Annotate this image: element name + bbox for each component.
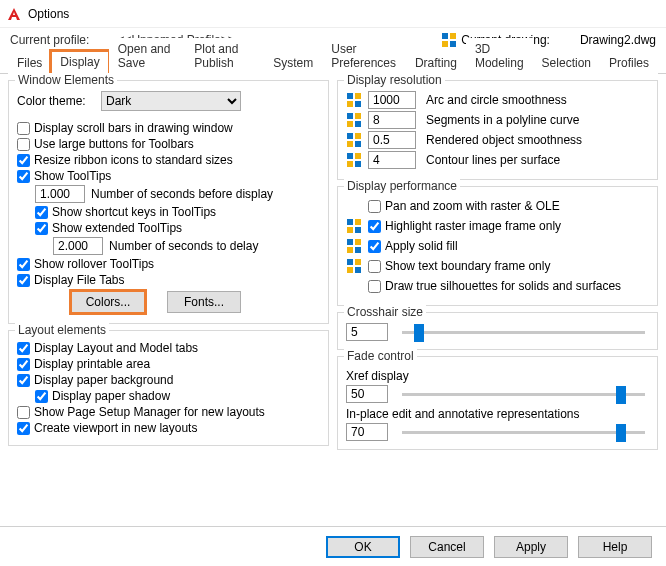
dialog-buttons: OK Cancel Apply Help [0, 526, 666, 566]
chk-pan-zoom-label: Pan and zoom with raster & OLE [385, 199, 560, 213]
svg-rect-15 [355, 141, 361, 147]
inplace-input[interactable] [346, 423, 388, 441]
dwg-mini-icon [346, 238, 362, 254]
group-crosshair-legend: Crosshair size [344, 305, 426, 319]
chk-text-boundary[interactable]: Show text boundary frame only [368, 259, 550, 273]
svg-rect-12 [347, 133, 353, 139]
svg-rect-8 [347, 113, 353, 119]
xref-input[interactable] [346, 385, 388, 403]
chk-true-silhouettes[interactable]: Draw true silhouettes for solids and sur… [368, 279, 621, 293]
left-column: Window Elements Color theme: Dark Displa… [8, 80, 329, 456]
chk-scrollbars-label: Display scroll bars in drawing window [34, 121, 233, 135]
svg-rect-22 [347, 227, 353, 233]
svg-rect-19 [355, 161, 361, 167]
tab-drafting[interactable]: Drafting [406, 52, 466, 74]
tab-plot-publish[interactable]: Plot and Publish [185, 38, 264, 74]
chk-shortcut-keys-label: Show shortcut keys in ToolTips [52, 205, 216, 219]
xref-label: Xref display [346, 369, 649, 383]
chk-paper-shadow[interactable]: Display paper shadow [35, 389, 320, 403]
chk-paper-bg[interactable]: Display paper background [17, 373, 320, 387]
chk-layout-model[interactable]: Display Layout and Model tabs [17, 341, 320, 355]
chk-highlight-raster-label: Highlight raster image frame only [385, 219, 561, 233]
svg-rect-24 [347, 239, 353, 245]
chk-resize-ribbon[interactable]: Resize ribbon icons to standard sizes [17, 153, 320, 167]
group-layout-elements: Layout elements Display Layout and Model… [8, 330, 329, 446]
chk-show-tooltips[interactable]: Show ToolTips [17, 169, 320, 183]
chk-scrollbars[interactable]: Display scroll bars in drawing window [17, 121, 320, 135]
svg-rect-27 [355, 247, 361, 253]
crosshair-input[interactable] [346, 323, 388, 341]
chk-solid-fill-label: Apply solid fill [385, 239, 458, 253]
tab-user-preferences[interactable]: User Preferences [322, 38, 406, 74]
chk-page-setup[interactable]: Show Page Setup Manager for new layouts [17, 405, 320, 419]
arc-smoothness-label: Arc and circle smoothness [426, 93, 567, 107]
tab-3d-modeling[interactable]: 3D Modeling [466, 38, 533, 74]
chk-rollover[interactable]: Show rollover ToolTips [17, 257, 320, 271]
help-button[interactable]: Help [578, 536, 652, 558]
inplace-slider-thumb[interactable] [616, 424, 626, 442]
tab-selection[interactable]: Selection [533, 52, 600, 74]
dwg-mini-icon [346, 92, 362, 108]
chk-viewport-label: Create viewport in new layouts [34, 421, 197, 435]
chk-show-tooltips-label: Show ToolTips [34, 169, 111, 183]
ok-button[interactable]: OK [326, 536, 400, 558]
svg-rect-0 [442, 33, 448, 39]
group-layout-elements-legend: Layout elements [15, 323, 109, 337]
crosshair-slider[interactable] [402, 331, 645, 334]
chk-highlight-raster[interactable]: Highlight raster image frame only [368, 219, 561, 233]
group-fade: Fade control Xref display In-place edit … [337, 356, 658, 450]
svg-rect-21 [355, 219, 361, 225]
rendered-input[interactable] [368, 131, 416, 149]
chk-extended-tooltips[interactable]: Show extended ToolTips [35, 221, 320, 235]
drawing-icon [441, 32, 457, 48]
svg-rect-23 [355, 227, 361, 233]
svg-rect-16 [347, 153, 353, 159]
svg-rect-18 [347, 161, 353, 167]
contour-label: Contour lines per surface [426, 153, 560, 167]
xref-slider-thumb[interactable] [616, 386, 626, 404]
chk-rollover-label: Show rollover ToolTips [34, 257, 154, 271]
svg-rect-13 [355, 133, 361, 139]
seconds-before-label: Number of seconds before display [91, 187, 273, 201]
tab-system[interactable]: System [264, 52, 322, 74]
chk-printable[interactable]: Display printable area [17, 357, 320, 371]
colors-button[interactable]: Colors... [71, 291, 145, 313]
window-title: Options [28, 7, 69, 21]
inplace-label: In-place edit and annotative representat… [346, 407, 649, 421]
contour-input[interactable] [368, 151, 416, 169]
tabs-bar: Files Display Open and Save Plot and Pub… [0, 50, 666, 74]
color-theme-select[interactable]: Dark [101, 91, 241, 111]
chk-viewport[interactable]: Create viewport in new layouts [17, 421, 320, 435]
chk-page-setup-label: Show Page Setup Manager for new layouts [34, 405, 265, 419]
chk-solid-fill[interactable]: Apply solid fill [368, 239, 458, 253]
svg-rect-7 [355, 101, 361, 107]
tab-open-save[interactable]: Open and Save [109, 38, 186, 74]
chk-file-tabs[interactable]: Display File Tabs [17, 273, 320, 287]
tab-profiles[interactable]: Profiles [600, 52, 658, 74]
seconds-delay-input[interactable] [53, 237, 103, 255]
chk-large-buttons[interactable]: Use large buttons for Toolbars [17, 137, 320, 151]
svg-rect-25 [355, 239, 361, 245]
rendered-label: Rendered object smoothness [426, 133, 582, 147]
xref-slider[interactable] [402, 393, 645, 396]
apply-button[interactable]: Apply [494, 536, 568, 558]
segments-input[interactable] [368, 111, 416, 129]
tab-display[interactable]: Display [51, 51, 108, 74]
color-theme-label: Color theme: [17, 94, 101, 108]
chk-paper-bg-label: Display paper background [34, 373, 173, 387]
autocad-icon [6, 6, 22, 22]
inplace-slider[interactable] [402, 431, 645, 434]
group-display-resolution-legend: Display resolution [344, 73, 445, 87]
arc-smoothness-input[interactable] [368, 91, 416, 109]
segments-label: Segments in a polyline curve [426, 113, 579, 127]
svg-rect-29 [355, 259, 361, 265]
chk-pan-zoom[interactable]: Pan and zoom with raster & OLE [368, 199, 560, 213]
tab-files[interactable]: Files [8, 52, 51, 74]
cancel-button[interactable]: Cancel [410, 536, 484, 558]
chk-shortcut-keys[interactable]: Show shortcut keys in ToolTips [35, 205, 320, 219]
crosshair-slider-thumb[interactable] [414, 324, 424, 342]
group-display-performance: Display performance Pan and zoom with ra… [337, 186, 658, 306]
fonts-button[interactable]: Fonts... [167, 291, 241, 313]
seconds-before-input[interactable] [35, 185, 85, 203]
right-column: Display resolution Arc and circle smooth… [337, 80, 658, 456]
